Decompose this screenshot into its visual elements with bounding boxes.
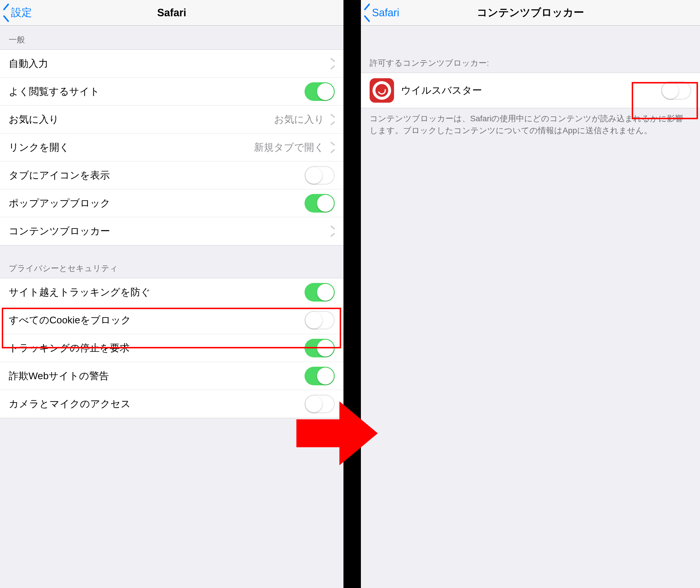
section-header-allow: 許可するコンテンツブロッカー: <box>361 26 700 73</box>
group-general: 自動入力 よく閲覧するサイト お気に入り お気に入り リンクを開く 新規タブで開… <box>0 49 343 245</box>
row-popup-block[interactable]: ポップアップブロック <box>0 189 343 217</box>
row-label: リンクを開く <box>9 141 254 154</box>
row-detail: お気に入り <box>274 113 324 126</box>
back-label: 設定 <box>11 6 32 20</box>
row-content-blockers[interactable]: コンテンツブロッカー <box>0 217 343 245</box>
row-autofill[interactable]: 自動入力 <box>0 50 343 78</box>
row-open-links[interactable]: リンクを開く 新規タブで開く <box>0 133 343 161</box>
section-header-general: 一般 <box>0 26 343 49</box>
row-label: トラッキングの停止を要求 <box>9 342 305 355</box>
toggle-tab-icons[interactable] <box>305 166 335 185</box>
nav-title: Safari <box>157 7 186 19</box>
row-label: すべてのCookieをブロック <box>9 314 305 327</box>
toggle-camera-mic[interactable] <box>305 395 335 413</box>
row-block-all-cookies[interactable]: すべてのCookieをブロック <box>0 306 343 334</box>
group-content-blockers: ウイルスバスター <box>361 73 700 108</box>
section-header-privacy: プライバシーとセキュリティ <box>0 245 343 278</box>
chevron-right-icon <box>330 227 335 235</box>
row-label: タブにアイコンを表示 <box>9 169 305 182</box>
row-label: 詐欺Webサイトの警告 <box>9 369 305 383</box>
toggle-popup-block[interactable] <box>305 194 335 212</box>
group-privacy: サイト越えトラッキングを防ぐ すべてのCookieをブロック トラッキングの停止… <box>0 278 343 418</box>
row-virusbuster[interactable]: ウイルスバスター <box>361 73 700 108</box>
settings-safari-screen: 設定 Safari 一般 自動入力 よく閲覧するサイト お気に入り お気に入り … <box>0 0 343 588</box>
toggle-frequently-visited[interactable] <box>305 82 335 101</box>
section-footer: コンテンツブロッカーは、Safariの使用中にどのコンテンツが読み込まれるかに影… <box>361 108 700 141</box>
toggle-do-not-track[interactable] <box>305 339 335 358</box>
row-label: ポップアップブロック <box>9 196 305 210</box>
chevron-right-icon <box>330 143 335 152</box>
row-detail: 新規タブで開く <box>254 141 324 154</box>
row-label: カメラとマイクのアクセス <box>9 397 305 411</box>
toggle-block-all-cookies[interactable] <box>305 311 335 330</box>
navbar: 設定 Safari <box>0 0 343 26</box>
chevron-left-icon <box>363 6 370 19</box>
row-label: ウイルスバスター <box>401 84 661 97</box>
row-fraud-warning[interactable]: 詐欺Webサイトの警告 <box>0 362 343 390</box>
row-label: お気に入り <box>9 113 274 126</box>
back-label: Safari <box>372 7 399 19</box>
row-label: よく閲覧するサイト <box>9 85 305 98</box>
row-do-not-track[interactable]: トラッキングの停止を要求 <box>0 334 343 362</box>
back-button[interactable]: 設定 <box>2 0 32 25</box>
chevron-right-icon <box>330 115 335 124</box>
nav-title: コンテンツブロッカー <box>477 6 584 20</box>
row-label: コンテンツブロッカー <box>9 224 330 238</box>
navbar: Safari コンテンツブロッカー <box>361 0 700 26</box>
back-button[interactable]: Safari <box>363 0 399 25</box>
row-favorites[interactable]: お気に入り お気に入り <box>0 106 343 133</box>
toggle-fraud-warning[interactable] <box>305 367 335 385</box>
row-prevent-cross-site[interactable]: サイト越えトラッキングを防ぐ <box>0 278 343 306</box>
toggle-prevent-cross-site[interactable] <box>305 283 335 302</box>
row-frequently-visited[interactable]: よく閲覧するサイト <box>0 78 343 106</box>
chevron-left-icon <box>2 6 9 19</box>
content-blockers-screen: Safari コンテンツブロッカー 許可するコンテンツブロッカー: ウイルスバス… <box>361 0 700 588</box>
row-label: 自動入力 <box>9 57 330 70</box>
chevron-right-icon <box>330 59 335 68</box>
row-tab-icons[interactable]: タブにアイコンを表示 <box>0 161 343 189</box>
toggle-virusbuster[interactable] <box>661 81 691 100</box>
virusbuster-app-icon <box>370 78 394 103</box>
row-camera-mic[interactable]: カメラとマイクのアクセス <box>0 390 343 418</box>
row-label: サイト越えトラッキングを防ぐ <box>9 285 305 299</box>
